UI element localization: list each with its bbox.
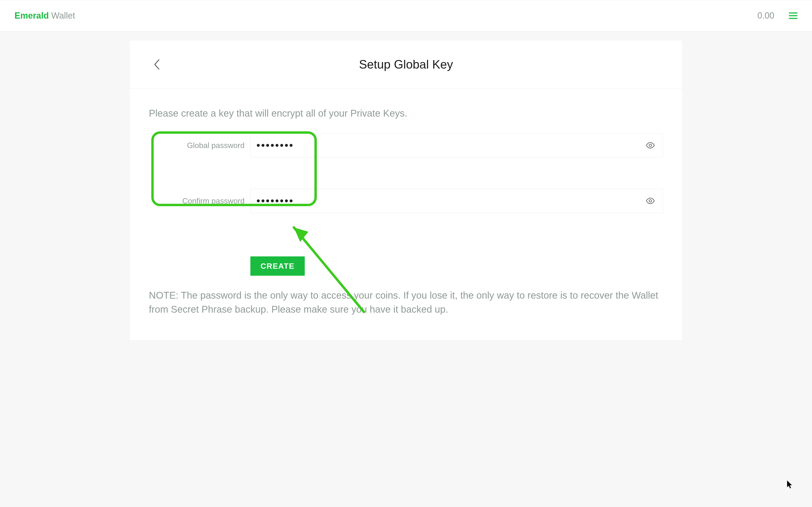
toggle-password-visibility[interactable] bbox=[644, 140, 657, 151]
confirm-input[interactable] bbox=[256, 195, 644, 207]
svg-marker-6 bbox=[294, 227, 308, 242]
svg-rect-1 bbox=[789, 15, 798, 16]
card-header: Setup Global Key bbox=[130, 40, 682, 89]
confirm-row: Confirm password bbox=[149, 189, 663, 213]
form-wrap: Global password Confirm password bbox=[149, 133, 663, 276]
brand: Emerald Wallet bbox=[14, 11, 75, 21]
header-right: 0.00 bbox=[757, 11, 798, 21]
setup-card: Setup Global Key Please create a key tha… bbox=[129, 40, 683, 341]
eye-icon bbox=[646, 198, 655, 204]
menu-button[interactable] bbox=[789, 12, 798, 19]
card-body: Please create a key that will encrypt al… bbox=[130, 89, 682, 340]
page: Setup Global Key Please create a key tha… bbox=[0, 32, 812, 341]
chevron-left-icon bbox=[154, 59, 160, 70]
password-input-wrap bbox=[250, 133, 663, 157]
brand-name: Emerald bbox=[14, 11, 49, 20]
svg-rect-0 bbox=[789, 12, 798, 14]
svg-rect-2 bbox=[789, 18, 798, 19]
password-label: Global password bbox=[149, 141, 250, 150]
password-input[interactable] bbox=[256, 139, 644, 151]
toggle-confirm-visibility[interactable] bbox=[644, 195, 657, 206]
eye-icon bbox=[646, 142, 655, 149]
create-button[interactable]: CREATE bbox=[250, 257, 305, 276]
password-row: Global password bbox=[149, 133, 663, 157]
svg-point-4 bbox=[649, 200, 652, 202]
app-header: Emerald Wallet 0.00 bbox=[0, 0, 812, 32]
page-title: Setup Global Key bbox=[149, 57, 663, 71]
svg-point-3 bbox=[649, 144, 652, 147]
confirm-input-wrap bbox=[250, 189, 663, 213]
note-text: NOTE: The password is the only way to ac… bbox=[149, 288, 663, 316]
intro-text: Please create a key that will encrypt al… bbox=[149, 108, 663, 119]
hamburger-icon bbox=[789, 12, 798, 19]
confirm-label: Confirm password bbox=[149, 196, 250, 206]
mouse-cursor-icon bbox=[787, 481, 793, 489]
brand-suffix: Wallet bbox=[49, 11, 75, 20]
balance-value: 0.00 bbox=[757, 11, 774, 21]
button-row: CREATE bbox=[250, 257, 663, 276]
back-button[interactable] bbox=[154, 59, 160, 70]
